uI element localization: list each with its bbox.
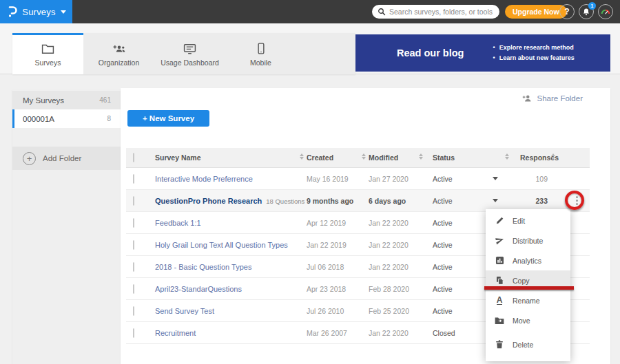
menu-item-delete[interactable]: Delete [486, 334, 570, 354]
menu-item-label: Analytics [513, 257, 541, 265]
status-dropdown-caret[interactable] [493, 199, 498, 202]
created-cell: 9 months ago [307, 197, 369, 205]
column-header-status[interactable]: Status [433, 153, 493, 162]
survey-name-link[interactable]: April23-StandarQuestions [155, 285, 307, 293]
folder-label: My Surveys [23, 96, 64, 105]
menu-item-analytics[interactable]: Analytics [486, 250, 570, 270]
status-cell: Active [433, 285, 493, 293]
column-header-responses[interactable]: Responses [513, 153, 565, 162]
tab-label: Usage Dashboard [161, 58, 219, 67]
survey-name-link[interactable]: 2018 - Basic Question Types [155, 263, 307, 271]
created-cell: Apr 23 2018 [307, 285, 369, 293]
app-switcher[interactable]: Surveys [0, 0, 72, 23]
survey-name-link[interactable]: Holy Grail Long Text All Question Types [155, 241, 307, 249]
row-checkbox[interactable] [133, 306, 134, 316]
notifications-button[interactable]: 1 [579, 4, 594, 19]
sort-icon[interactable] [362, 153, 366, 160]
survey-name-link[interactable]: Send Survey Test [155, 307, 307, 315]
row-checkbox[interactable] [133, 240, 134, 250]
created-cell: Mar 26 2007 [307, 329, 369, 337]
add-folder-label: Add Folder [43, 154, 81, 162]
folder-count: 461 [99, 96, 111, 104]
sidebar-item-my-surveys[interactable]: My Surveys 461 [12, 91, 121, 109]
annotation-circle-highlight [565, 191, 584, 210]
app-name: Surveys [22, 7, 55, 17]
tab-mobile[interactable]: Mobile [225, 33, 296, 74]
created-cell: Jul 06 2018 [307, 263, 369, 271]
status-cell: Active [433, 197, 493, 205]
row-checkbox[interactable] [133, 262, 134, 272]
status-cell: Closed [433, 329, 493, 337]
survey-name-link[interactable]: Recruitment [155, 329, 307, 337]
modified-cell: Jan 22 2020 [369, 329, 433, 337]
questionpro-logo-icon [6, 6, 17, 18]
tab-organization[interactable]: Organization [83, 33, 154, 74]
row-checkbox[interactable] [133, 196, 134, 206]
help-button[interactable]: ? [559, 4, 575, 19]
blog-banner[interactable]: Read our blog Explore research method Le… [355, 34, 610, 72]
folders-sidebar: My Surveys 461 000001A 8 + Add Folder [12, 89, 121, 364]
global-search[interactable] [372, 5, 499, 19]
dashboard-icon [183, 43, 196, 54]
modified-cell: Feb 28 2020 [369, 285, 433, 293]
column-header-modified[interactable]: Modified [369, 153, 433, 162]
row-checkbox[interactable] [133, 284, 134, 294]
column-header-created[interactable]: Created [307, 153, 369, 162]
status-cell: Active [433, 263, 493, 271]
row-actions-context-menu: Edit Distribute Analytics Copy A Rename [486, 209, 570, 361]
help-label: ? [564, 7, 569, 17]
column-header-survey-name[interactable]: Survey Name [155, 153, 307, 162]
status-cell: Active [433, 307, 493, 315]
menu-item-rename[interactable]: A Rename [486, 290, 570, 310]
question-count-badge: 18 Questions [266, 197, 304, 205]
people-add-icon [112, 43, 126, 54]
status-dropdown-caret[interactable] [493, 177, 498, 180]
sort-icon[interactable] [419, 153, 423, 160]
new-survey-button[interactable]: + New Survey [127, 110, 209, 127]
created-cell: Jul 26 2010 [307, 307, 369, 315]
menu-item-distribute[interactable]: Distribute [486, 231, 570, 250]
menu-item-label: Rename [513, 297, 540, 305]
row-checkbox[interactable] [133, 218, 134, 228]
share-folder-link[interactable]: Share Folder [522, 94, 583, 103]
sort-icon[interactable] [505, 153, 509, 160]
survey-name-link[interactable]: Interactive Mode Preferrence [155, 175, 307, 183]
sidebar-item-000001a[interactable]: 000001A 8 [12, 109, 121, 128]
smartphone-icon [257, 43, 265, 54]
menu-item-edit[interactable]: Edit [486, 211, 570, 231]
upgrade-now-button[interactable]: Upgrade Now [505, 5, 567, 19]
usage-gauge-button[interactable] [598, 4, 613, 19]
modified-cell: Feb 25 2020 [369, 307, 433, 315]
search-input[interactable] [389, 8, 494, 16]
survey-name-link[interactable]: QuestionPro Phone Research18 Questions [155, 197, 307, 205]
person-add-icon [522, 94, 533, 103]
survey-name-link[interactable]: Feedback 1:1 [155, 219, 307, 227]
select-all-checkbox[interactable] [133, 153, 134, 162]
row-checkbox[interactable] [133, 328, 134, 338]
menu-item-move[interactable]: Move [486, 310, 570, 330]
modified-cell: Jan 22 2020 [369, 219, 433, 227]
copy-icon [495, 276, 504, 285]
menu-item-label: Move [513, 317, 530, 325]
tab-filler [296, 33, 355, 74]
tab-usage-dashboard[interactable]: Usage Dashboard [154, 33, 225, 74]
notification-badge: 1 [588, 2, 596, 10]
created-cell: Jan 22 2019 [307, 241, 369, 249]
trash-icon [495, 340, 504, 349]
created-cell: Apr 12 2019 [307, 219, 369, 227]
share-folder-label: Share Folder [537, 94, 583, 103]
add-folder-button[interactable]: + Add Folder [12, 147, 121, 170]
sort-icon[interactable] [300, 153, 304, 160]
search-icon [378, 8, 386, 16]
tab-label: Surveys [35, 58, 61, 67]
blog-banner-title: Read our blog [397, 47, 464, 58]
bar-chart-icon [495, 256, 504, 265]
status-cell: Active [433, 219, 493, 227]
sort-icon[interactable] [551, 153, 555, 160]
row-checkbox[interactable] [133, 174, 134, 184]
status-cell: Active [433, 241, 493, 249]
tab-surveys[interactable]: Surveys [12, 33, 83, 74]
tab-label: Mobile [250, 58, 271, 67]
modified-cell: Jan 22 2020 [369, 241, 433, 249]
table-header-row: Survey Name Created Modified Status Resp… [126, 148, 590, 168]
